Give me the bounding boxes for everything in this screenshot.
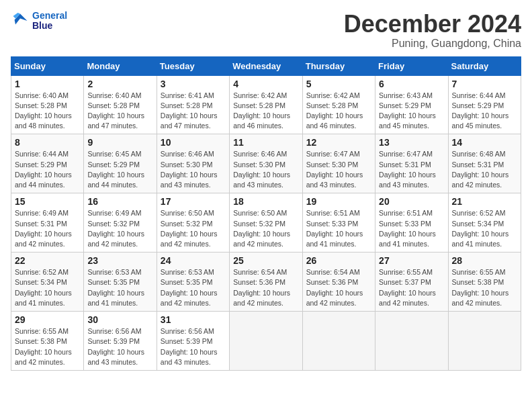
list-item: 15 Sunrise: 6:49 AMSunset: 5:31 PMDaylig… xyxy=(11,193,84,253)
day-detail: Sunrise: 6:44 AMSunset: 5:29 PMDaylight:… xyxy=(15,149,80,190)
header-sunday: Sunday xyxy=(11,56,84,75)
list-item: 27 Sunrise: 6:55 AMSunset: 5:37 PMDaylig… xyxy=(375,253,448,312)
day-number: 6 xyxy=(379,79,444,89)
list-item: 24 Sunrise: 6:53 AMSunset: 5:35 PMDaylig… xyxy=(157,253,229,312)
day-number: 23 xyxy=(87,255,152,266)
day-number: 8 xyxy=(15,137,80,148)
day-number: 5 xyxy=(306,79,371,89)
list-item: 9 Sunrise: 6:45 AMSunset: 5:29 PMDayligh… xyxy=(84,134,157,193)
day-detail: Sunrise: 6:51 AMSunset: 5:33 PMDaylight:… xyxy=(306,208,371,249)
header-tuesday: Tuesday xyxy=(157,56,229,75)
day-number: 14 xyxy=(452,137,517,148)
day-number: 10 xyxy=(161,137,226,148)
day-detail: Sunrise: 6:42 AMSunset: 5:28 PMDaylight:… xyxy=(306,91,371,132)
header-saturday: Saturday xyxy=(448,56,521,75)
day-number: 17 xyxy=(161,196,226,207)
day-number: 18 xyxy=(233,196,298,207)
day-number: 7 xyxy=(452,79,517,89)
day-detail: Sunrise: 6:53 AMSunset: 5:35 PMDaylight:… xyxy=(161,267,226,308)
list-item: 14 Sunrise: 6:48 AMSunset: 5:31 PMDaylig… xyxy=(448,134,521,193)
weekday-header-row: Sunday Monday Tuesday Wednesday Thursday… xyxy=(11,56,521,75)
day-detail: Sunrise: 6:40 AMSunset: 5:28 PMDaylight:… xyxy=(15,91,80,132)
table-row: 22 Sunrise: 6:52 AMSunset: 5:34 PMDaylig… xyxy=(11,253,521,312)
day-detail: Sunrise: 6:50 AMSunset: 5:32 PMDaylight:… xyxy=(233,208,298,249)
title-area: December 2024 Puning, Guangdong, China xyxy=(344,11,521,50)
header-monday: Monday xyxy=(84,56,157,75)
day-detail: Sunrise: 6:48 AMSunset: 5:31 PMDaylight:… xyxy=(452,149,517,190)
logo-bird-icon xyxy=(11,11,30,30)
day-number: 31 xyxy=(161,314,226,325)
empty-cell xyxy=(230,312,302,371)
header-friday: Friday xyxy=(375,56,448,75)
day-detail: Sunrise: 6:49 AMSunset: 5:31 PMDaylight:… xyxy=(15,208,80,249)
day-number: 21 xyxy=(452,196,517,207)
day-detail: Sunrise: 6:46 AMSunset: 5:30 PMDaylight:… xyxy=(161,149,226,190)
list-item: 4 Sunrise: 6:42 AMSunset: 5:28 PMDayligh… xyxy=(230,75,302,134)
day-number: 3 xyxy=(161,79,226,89)
list-item: 20 Sunrise: 6:51 AMSunset: 5:33 PMDaylig… xyxy=(375,193,448,253)
day-detail: Sunrise: 6:51 AMSunset: 5:33 PMDaylight:… xyxy=(379,208,444,249)
list-item: 7 Sunrise: 6:44 AMSunset: 5:29 PMDayligh… xyxy=(448,75,521,134)
day-detail: Sunrise: 6:41 AMSunset: 5:28 PMDaylight:… xyxy=(161,91,226,132)
day-number: 27 xyxy=(379,255,444,266)
day-number: 29 xyxy=(15,314,80,325)
day-number: 25 xyxy=(233,255,298,266)
day-number: 20 xyxy=(379,196,444,207)
day-detail: Sunrise: 6:43 AMSunset: 5:29 PMDaylight:… xyxy=(379,91,444,132)
header-wednesday: Wednesday xyxy=(230,56,302,75)
list-item: 29 Sunrise: 6:55 AMSunset: 5:38 PMDaylig… xyxy=(11,312,84,371)
list-item: 31 Sunrise: 6:56 AMSunset: 5:39 PMDaylig… xyxy=(157,312,229,371)
day-number: 1 xyxy=(15,79,80,89)
day-number: 30 xyxy=(87,314,152,325)
empty-cell xyxy=(375,312,448,371)
day-number: 22 xyxy=(15,255,80,266)
day-detail: Sunrise: 6:52 AMSunset: 5:34 PMDaylight:… xyxy=(452,208,517,249)
day-detail: Sunrise: 6:42 AMSunset: 5:28 PMDaylight:… xyxy=(233,91,298,132)
list-item: 17 Sunrise: 6:50 AMSunset: 5:32 PMDaylig… xyxy=(157,193,229,253)
list-item: 21 Sunrise: 6:52 AMSunset: 5:34 PMDaylig… xyxy=(448,193,521,253)
list-item: 18 Sunrise: 6:50 AMSunset: 5:32 PMDaylig… xyxy=(230,193,302,253)
day-detail: Sunrise: 6:46 AMSunset: 5:30 PMDaylight:… xyxy=(233,149,298,190)
day-number: 24 xyxy=(161,255,226,266)
page-header: General Blue December 2024 Puning, Guang… xyxy=(11,11,521,50)
list-item: 23 Sunrise: 6:53 AMSunset: 5:35 PMDaylig… xyxy=(84,253,157,312)
day-detail: Sunrise: 6:54 AMSunset: 5:36 PMDaylight:… xyxy=(306,267,371,308)
day-detail: Sunrise: 6:55 AMSunset: 5:38 PMDaylight:… xyxy=(15,326,80,367)
day-detail: Sunrise: 6:55 AMSunset: 5:37 PMDaylight:… xyxy=(379,267,444,308)
day-detail: Sunrise: 6:52 AMSunset: 5:34 PMDaylight:… xyxy=(15,267,80,308)
list-item: 26 Sunrise: 6:54 AMSunset: 5:36 PMDaylig… xyxy=(302,253,375,312)
table-row: 1 Sunrise: 6:40 AMSunset: 5:28 PMDayligh… xyxy=(11,75,521,134)
day-detail: Sunrise: 6:44 AMSunset: 5:29 PMDaylight:… xyxy=(452,91,517,132)
list-item: 19 Sunrise: 6:51 AMSunset: 5:33 PMDaylig… xyxy=(302,193,375,253)
list-item: 13 Sunrise: 6:47 AMSunset: 5:31 PMDaylig… xyxy=(375,134,448,193)
logo-text-line1: General xyxy=(32,11,67,21)
day-number: 11 xyxy=(233,137,298,148)
month-title: December 2024 xyxy=(344,11,521,38)
list-item: 28 Sunrise: 6:55 AMSunset: 5:38 PMDaylig… xyxy=(448,253,521,312)
day-detail: Sunrise: 6:45 AMSunset: 5:29 PMDaylight:… xyxy=(87,149,152,190)
day-detail: Sunrise: 6:50 AMSunset: 5:32 PMDaylight:… xyxy=(161,208,226,249)
list-item: 10 Sunrise: 6:46 AMSunset: 5:30 PMDaylig… xyxy=(157,134,229,193)
day-detail: Sunrise: 6:40 AMSunset: 5:28 PMDaylight:… xyxy=(87,91,152,132)
list-item: 5 Sunrise: 6:42 AMSunset: 5:28 PMDayligh… xyxy=(302,75,375,134)
list-item: 25 Sunrise: 6:54 AMSunset: 5:36 PMDaylig… xyxy=(230,253,302,312)
day-number: 12 xyxy=(306,137,371,148)
day-detail: Sunrise: 6:49 AMSunset: 5:32 PMDaylight:… xyxy=(87,208,152,249)
day-detail: Sunrise: 6:47 AMSunset: 5:30 PMDaylight:… xyxy=(306,149,371,190)
day-detail: Sunrise: 6:47 AMSunset: 5:31 PMDaylight:… xyxy=(379,149,444,190)
logo-text-line2: Blue xyxy=(32,21,67,31)
calendar-table: Sunday Monday Tuesday Wednesday Thursday… xyxy=(11,56,521,371)
list-item: 30 Sunrise: 6:56 AMSunset: 5:39 PMDaylig… xyxy=(84,312,157,371)
day-number: 16 xyxy=(87,196,152,207)
day-number: 19 xyxy=(306,196,371,207)
empty-cell xyxy=(302,312,375,371)
list-item: 2 Sunrise: 6:40 AMSunset: 5:28 PMDayligh… xyxy=(84,75,157,134)
location-label: Puning, Guangdong, China xyxy=(344,38,521,50)
day-detail: Sunrise: 6:54 AMSunset: 5:36 PMDaylight:… xyxy=(233,267,298,308)
list-item: 3 Sunrise: 6:41 AMSunset: 5:28 PMDayligh… xyxy=(157,75,229,134)
table-row: 8 Sunrise: 6:44 AMSunset: 5:29 PMDayligh… xyxy=(11,134,521,193)
list-item: 16 Sunrise: 6:49 AMSunset: 5:32 PMDaylig… xyxy=(84,193,157,253)
list-item: 6 Sunrise: 6:43 AMSunset: 5:29 PMDayligh… xyxy=(375,75,448,134)
day-number: 2 xyxy=(87,79,152,89)
table-row: 29 Sunrise: 6:55 AMSunset: 5:38 PMDaylig… xyxy=(11,312,521,371)
